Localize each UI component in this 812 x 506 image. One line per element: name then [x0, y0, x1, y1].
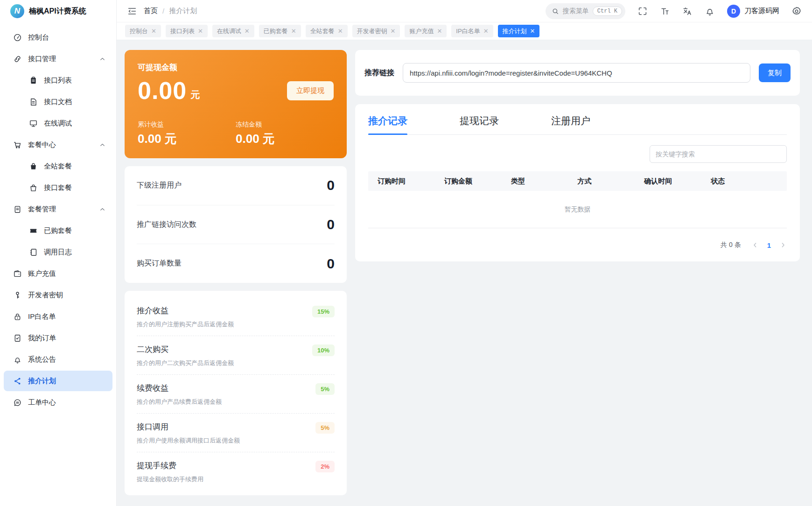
rate-info: 接口调用 推介用户使用余额调用接口后返佣金额	[137, 422, 315, 445]
column-header-method: 方式	[577, 177, 644, 186]
withdraw-now-button[interactable]: 立即提现	[287, 81, 334, 100]
order-check-icon	[13, 334, 22, 343]
sidebar-item-ip-whitelist[interactable]: IP白名单	[4, 306, 112, 327]
tab-chip-referral-program[interactable]: 推介计划✕	[498, 25, 540, 37]
referral-link-card: 推荐链接 复制	[355, 50, 800, 96]
search-icon	[552, 7, 559, 15]
page-number[interactable]: 1	[765, 241, 773, 249]
font-size-icon[interactable]	[660, 6, 670, 16]
brand[interactable]: N 楠枫API计费系统	[0, 0, 116, 22]
tab-chip-label: 全站套餐	[310, 27, 335, 35]
sidebar-menu: 控制台 接口管理 接口列表 接口文档 在线调试 套餐中心	[0, 22, 116, 418]
sidebar-item-label: 系统公告	[28, 355, 106, 364]
tab-chip-label: 已购套餐	[264, 27, 288, 35]
counter-registered-users: 下级注册用户 0	[137, 166, 335, 205]
rate-description: 推介用户使用余额调用接口后返佣金额	[137, 436, 315, 445]
sidebar-item-api-docs[interactable]: 接口文档	[4, 91, 112, 112]
close-icon[interactable]: ✕	[198, 28, 203, 34]
tab-chip-developer-keys[interactable]: 开发者密钥✕	[352, 25, 400, 37]
tab-referral-records[interactable]: 推介记录	[368, 114, 407, 134]
next-page-icon[interactable]	[779, 241, 787, 249]
accumulated-earnings: 累计收益 0.00 元	[138, 120, 236, 147]
referral-link-input[interactable]	[403, 63, 750, 83]
chevron-up-icon	[99, 206, 106, 213]
rate-second-purchase: 二次购买 推介的用户二次购买产品后返佣金额 10%	[137, 336, 335, 375]
close-icon[interactable]: ✕	[291, 28, 296, 34]
notifications-bell-icon[interactable]	[705, 6, 715, 16]
sidebar-item-ticket-center[interactable]: 工单中心	[4, 392, 112, 413]
user-menu[interactable]: D 刀客源码网	[727, 5, 779, 18]
commission-rates-card: 推介收益 推介的用户注册购买产品后返佣金额 15% 二次购买 推介的用户二次购买…	[125, 291, 347, 495]
close-icon[interactable]: ✕	[437, 28, 442, 34]
close-icon[interactable]: ✕	[391, 28, 396, 34]
keyword-search-input[interactable]	[650, 145, 787, 163]
tab-chip-label: 在线调试	[217, 27, 241, 35]
sidebar-item-api-list[interactable]: 接口列表	[4, 70, 112, 91]
open-tabs-bar: 控制台✕ 接口列表✕ 在线调试✕ 已购套餐✕ 全站套餐✕ 开发者密钥✕ 账户充值…	[117, 22, 812, 40]
records-card: 推介记录 提现记录 注册用户 订购时间 订购金额 类型 方式 确认时间	[355, 104, 800, 261]
sidebar-item-system-announcements[interactable]: 系统公告	[4, 349, 112, 370]
fullscreen-icon[interactable]	[637, 6, 648, 16]
tab-chip-api-list[interactable]: 接口列表✕	[166, 25, 208, 37]
gauge-icon	[13, 33, 22, 42]
keyword-search-row	[368, 145, 787, 163]
rate-title: 推介收益	[137, 305, 312, 316]
tab-chip-label: 接口列表	[170, 27, 195, 35]
sidebar-item-package-center[interactable]: 套餐中心	[4, 134, 112, 155]
tab-chip-label: IP白名单	[456, 27, 480, 35]
sidebar-item-api-packages[interactable]: 接口套餐	[4, 177, 112, 198]
copy-button[interactable]: 复制	[759, 63, 791, 82]
sidebar-item-label: 接口管理	[28, 55, 93, 63]
sidebar-item-call-logs[interactable]: 调用日志	[4, 242, 112, 262]
close-icon[interactable]: ✕	[151, 28, 156, 34]
lock-icon	[13, 312, 22, 321]
sidebar-item-package-management[interactable]: 套餐管理	[4, 199, 112, 219]
previous-page-icon[interactable]	[751, 241, 759, 249]
sidebar-item-developer-keys[interactable]: 开发者密钥	[4, 285, 112, 305]
tab-chip-purchased-packages[interactable]: 已购套餐✕	[259, 25, 301, 37]
tab-chip-dashboard[interactable]: 控制台✕	[125, 25, 161, 37]
left-column: 可提现金额 0.00 元 立即提现 累计收益 0.00 元 冻结金额 0	[125, 50, 347, 499]
sidebar-item-purchased-packages[interactable]: 已购套餐	[4, 220, 112, 241]
right-column: 推荐链接 复制 推介记录 提现记录 注册用户 订购时间	[355, 50, 800, 499]
tab-chip-account-recharge[interactable]: 账户充值✕	[405, 25, 447, 37]
sidebar-item-api-management[interactable]: 接口管理	[4, 49, 112, 69]
counter-value: 0	[327, 217, 335, 232]
sidebar-item-dashboard[interactable]: 控制台	[4, 27, 112, 48]
sidebar-item-my-orders[interactable]: 我的订单	[4, 328, 112, 348]
tab-chip-label: 账户充值	[409, 27, 434, 35]
close-icon[interactable]: ✕	[483, 28, 489, 34]
tab-chip-site-packages[interactable]: 全站套餐✕	[306, 25, 348, 37]
sidebar-item-site-packages[interactable]: 全站套餐	[4, 156, 112, 176]
sidebar-item-label: 我的订单	[28, 334, 106, 343]
close-icon[interactable]: ✕	[530, 28, 535, 34]
chevron-up-icon	[99, 141, 106, 148]
collapse-sidebar-icon[interactable]	[127, 6, 137, 16]
sidebar-item-referral-program[interactable]: 推介计划	[4, 371, 112, 391]
sidebar-item-online-debug[interactable]: 在线调试	[4, 113, 112, 134]
close-icon[interactable]: ✕	[338, 28, 343, 34]
rate-referral-earnings: 推介收益 推介的用户注册购买产品后返佣金额 15%	[137, 297, 335, 336]
withdrawable-balance-card: 可提现金额 0.00 元 立即提现 累计收益 0.00 元 冻结金额 0	[125, 50, 347, 158]
tab-chip-ip-whitelist[interactable]: IP白名单✕	[451, 25, 493, 37]
settings-gear-icon[interactable]	[791, 6, 802, 16]
breadcrumb-home[interactable]: 首页	[144, 7, 158, 15]
username: 刀客源码网	[744, 7, 779, 15]
sidebar-item-label: 开发者密钥	[28, 291, 106, 300]
sidebar-item-account-recharge[interactable]: 账户充值	[4, 263, 112, 284]
pagination: 共 0 条 1	[368, 241, 787, 249]
counter-value: 0	[327, 256, 335, 272]
app-window: N 楠枫API计费系统 控制台 接口管理 接口列表 接口文档	[0, 0, 812, 506]
wallet-amount-row: 0.00 元 立即提现	[138, 77, 334, 104]
records-tabs: 推介记录 提现记录 注册用户	[368, 114, 787, 135]
rate-withdrawal-fee: 提现手续费 提现金额收取的手续费用 2%	[137, 452, 335, 491]
rate-info: 提现手续费 提现金额收取的手续费用	[137, 460, 315, 484]
stat-label: 累计收益	[138, 120, 236, 129]
close-icon[interactable]: ✕	[245, 28, 250, 34]
tab-registered-users[interactable]: 注册用户	[551, 114, 590, 134]
tab-withdrawal-records[interactable]: 提现记录	[460, 114, 499, 134]
tab-chip-label: 推介计划	[503, 27, 527, 35]
translate-icon[interactable]	[682, 6, 693, 16]
tab-chip-online-debug[interactable]: 在线调试✕	[212, 25, 254, 37]
menu-search-button[interactable]: 搜索菜单 Ctrl K	[546, 3, 625, 19]
